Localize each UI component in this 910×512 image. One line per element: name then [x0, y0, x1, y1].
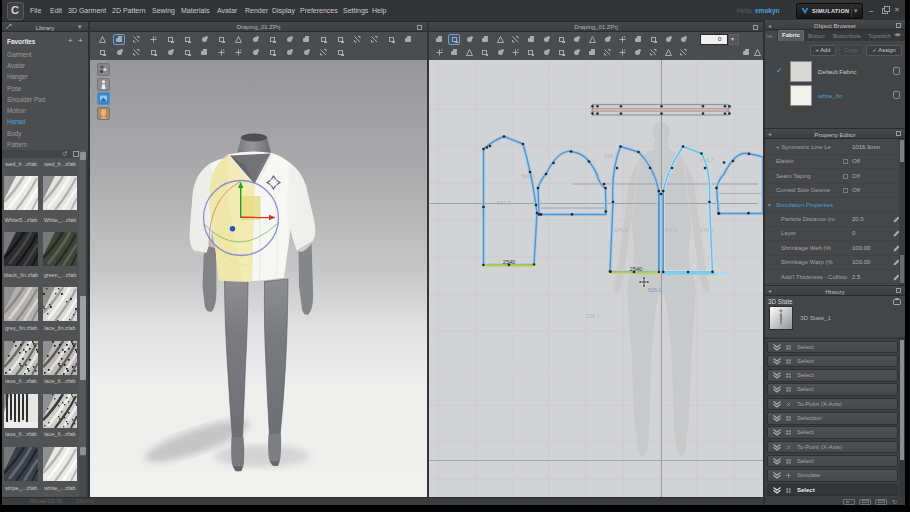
svg-text:2540: 2540	[630, 266, 642, 272]
svg-text:535.0: 535.0	[648, 287, 662, 293]
svg-text:174.1: 174.1	[614, 227, 628, 233]
svg-text:584.6: 584.6	[497, 200, 511, 206]
svg-text:128.1: 128.1	[586, 313, 600, 319]
svg-text:2540: 2540	[503, 259, 515, 265]
